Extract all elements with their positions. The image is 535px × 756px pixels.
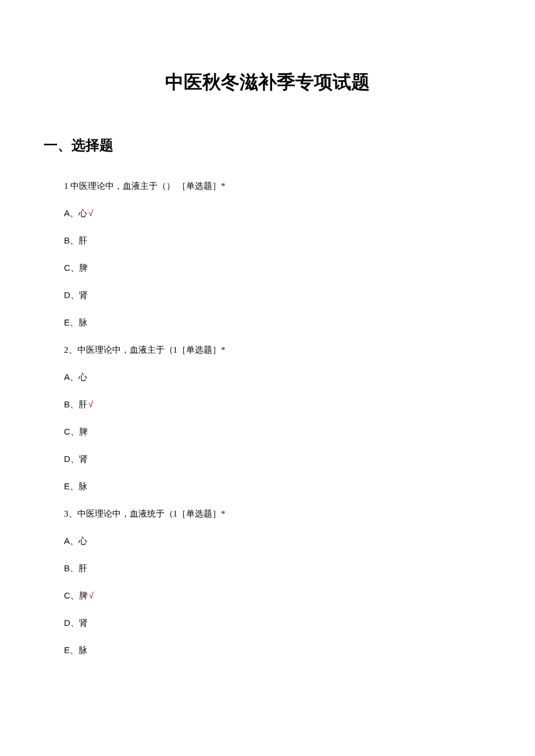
option-text: 肝 (79, 564, 87, 573)
option: E、脉 (64, 481, 471, 492)
option: B、肝 (64, 563, 471, 574)
option-text: 脉 (79, 318, 87, 327)
option-label: D、 (64, 618, 79, 628)
option: A、心 (64, 372, 471, 383)
question-text: 2、中医理论中，血液主于（1［单选题］* (64, 345, 471, 356)
option-label: A、 (64, 208, 79, 218)
option-label: E、 (64, 317, 79, 327)
option: D、肾 (64, 290, 471, 301)
option-label: C、 (64, 263, 79, 273)
option-text: 肝 (79, 400, 87, 409)
option-label: C、 (64, 590, 79, 600)
option-text: 肾 (79, 618, 88, 628)
check-icon: √ (88, 208, 93, 218)
option-label: D、 (64, 454, 79, 464)
option-text: 脾 (79, 263, 88, 273)
option-label: B、 (64, 399, 79, 409)
option: B、肝√ (64, 399, 471, 410)
option-label: E、 (64, 645, 79, 655)
check-icon: √ (89, 590, 94, 600)
page-title: 中医秋冬滋补季专项试题 (64, 70, 471, 95)
option-label: B、 (64, 563, 79, 573)
option-text: 肾 (79, 454, 88, 464)
option-text: 脾 (79, 427, 88, 436)
option-label: C、 (64, 427, 79, 436)
question-block: 3、中医理论中，血液统于（1［单选题］*A、心B、肝C、脾√D、肾E、脉 (64, 508, 471, 656)
option: C、脾 (64, 427, 471, 438)
option-text: 肝 (79, 236, 87, 245)
option: E、脉 (64, 645, 471, 656)
option-label: E、 (64, 481, 79, 491)
question-text: 1 中医理论中，血液主于（） ［单选题］* (64, 181, 471, 192)
option-label: B、 (64, 235, 79, 245)
question-text: 3、中医理论中，血液统于（1［单选题］* (64, 508, 471, 519)
section-heading: 一、选择题 (44, 136, 471, 155)
option: D、肾 (64, 454, 471, 465)
option-label: A、 (64, 372, 79, 382)
option: A、心 (64, 536, 471, 547)
option: A、心√ (64, 208, 471, 219)
option: E、脉 (64, 317, 471, 328)
questions-container: 1 中医理论中，血液主于（） ［单选题］*A、心√B、肝C、脾D、肾E、脉2、中… (64, 181, 471, 656)
option: B、肝 (64, 235, 471, 246)
question-block: 2、中医理论中，血液主于（1［单选题］*A、心B、肝√C、脾D、肾E、脉 (64, 345, 471, 492)
option-label: A、 (64, 536, 79, 546)
option-text: 脉 (79, 646, 87, 655)
option-label: D、 (64, 290, 79, 300)
option-text: 脉 (79, 482, 87, 491)
option: C、脾√ (64, 590, 471, 601)
option-text: 脾 (79, 591, 88, 600)
question-block: 1 中医理论中，血液主于（） ［单选题］*A、心√B、肝C、脾D、肾E、脉 (64, 181, 471, 328)
option-text: 心 (79, 209, 87, 218)
option-text: 心 (79, 372, 87, 382)
option: D、肾 (64, 618, 471, 629)
option-text: 肾 (79, 291, 88, 300)
check-icon: √ (88, 399, 93, 409)
option-text: 心 (79, 536, 87, 546)
option: C、脾 (64, 263, 471, 274)
